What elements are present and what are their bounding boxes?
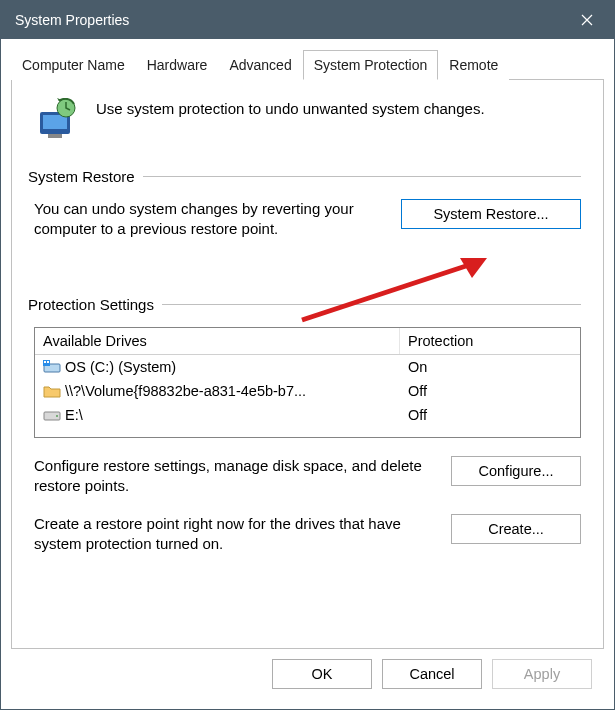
drive-protection: On <box>400 357 580 377</box>
group-protection-title: Protection Settings <box>28 296 154 313</box>
drive-name: \\?\Volume{f98832be-a831-4e5b-b7... <box>65 383 306 399</box>
svg-rect-2 <box>48 134 62 138</box>
intro-row: Use system protection to undo unwanted s… <box>34 98 581 140</box>
titlebar: System Properties <box>1 1 614 39</box>
restore-description: You can undo system changes by reverting… <box>34 199 387 240</box>
apply-button: Apply <box>492 659 592 689</box>
close-icon <box>581 14 593 26</box>
tab-panel-system-protection: Use system protection to undo unwanted s… <box>11 80 604 649</box>
close-button[interactable] <box>564 1 610 39</box>
column-header-drive[interactable]: Available Drives <box>35 328 400 354</box>
system-restore-button[interactable]: System Restore... <box>401 199 581 229</box>
folder-icon <box>43 384 61 398</box>
intro-text: Use system protection to undo unwanted s… <box>96 98 485 117</box>
drive-protection: Off <box>400 405 580 425</box>
disk-drive-icon <box>43 408 61 422</box>
create-description: Create a restore point right now for the… <box>34 514 437 555</box>
os-drive-icon <box>43 360 61 374</box>
divider <box>162 304 581 305</box>
create-row: Create a restore point right now for the… <box>34 514 581 555</box>
drive-name: OS (C:) (System) <box>65 359 176 375</box>
cancel-button[interactable]: Cancel <box>382 659 482 689</box>
svg-rect-10 <box>47 361 49 363</box>
tab-strip: Computer Name Hardware Advanced System P… <box>11 49 604 80</box>
drive-name: E:\ <box>65 407 83 423</box>
ok-button[interactable]: OK <box>272 659 372 689</box>
window-title: System Properties <box>15 12 564 28</box>
configure-description: Configure restore settings, manage disk … <box>34 456 437 497</box>
tab-advanced[interactable]: Advanced <box>218 50 302 80</box>
drives-table: Available Drives Protection OS (C:) (Sys… <box>34 327 581 438</box>
svg-rect-9 <box>44 361 46 363</box>
tab-computer-name[interactable]: Computer Name <box>11 50 136 80</box>
configure-row: Configure restore settings, manage disk … <box>34 456 581 497</box>
tab-hardware[interactable]: Hardware <box>136 50 219 80</box>
group-restore-title: System Restore <box>28 168 135 185</box>
table-row[interactable]: \\?\Volume{f98832be-a831-4e5b-b7... Off <box>35 379 580 403</box>
group-protection-settings: Protection Settings Available Drives Pro… <box>34 296 581 559</box>
client-area: Computer Name Hardware Advanced System P… <box>1 39 614 709</box>
configure-button[interactable]: Configure... <box>451 456 581 486</box>
divider <box>143 176 581 177</box>
system-protection-icon <box>34 98 82 140</box>
table-row[interactable]: OS (C:) (System) On <box>35 355 580 379</box>
drives-table-header: Available Drives Protection <box>35 328 580 355</box>
svg-point-12 <box>56 415 58 417</box>
column-header-protection[interactable]: Protection <box>400 328 580 354</box>
create-button[interactable]: Create... <box>451 514 581 544</box>
table-row[interactable]: E:\ Off <box>35 403 580 427</box>
tab-system-protection[interactable]: System Protection <box>303 50 439 80</box>
system-properties-window: System Properties Computer Name Hardware… <box>0 0 615 710</box>
dialog-footer: OK Cancel Apply <box>11 649 604 699</box>
group-system-restore: System Restore You can undo system chang… <box>34 168 581 240</box>
tab-remote[interactable]: Remote <box>438 50 509 80</box>
drive-protection: Off <box>400 381 580 401</box>
